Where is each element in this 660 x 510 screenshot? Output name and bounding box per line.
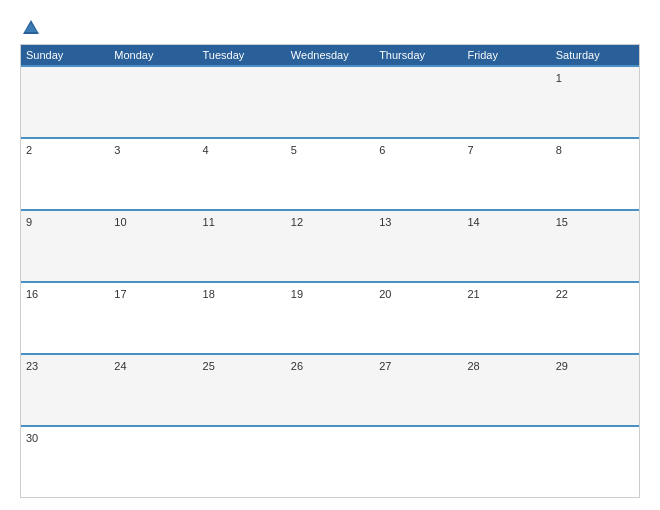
day-number: 23 <box>26 360 38 372</box>
day-cell: 9 <box>21 211 109 281</box>
day-cell: 13 <box>374 211 462 281</box>
calendar-page: SundayMondayTuesdayWednesdayThursdayFrid… <box>0 0 660 510</box>
week-row-1: 1 <box>21 65 639 137</box>
day-number: 24 <box>114 360 126 372</box>
day-headers: SundayMondayTuesdayWednesdayThursdayFrid… <box>21 45 639 65</box>
day-cell: 16 <box>21 283 109 353</box>
day-number: 12 <box>291 216 303 228</box>
day-number: 30 <box>26 432 38 444</box>
day-cell <box>198 67 286 137</box>
day-number: 16 <box>26 288 38 300</box>
day-cell: 23 <box>21 355 109 425</box>
day-number: 10 <box>114 216 126 228</box>
day-header-monday: Monday <box>109 45 197 65</box>
day-header-sunday: Sunday <box>21 45 109 65</box>
day-cell: 7 <box>462 139 550 209</box>
week-row-5: 23242526272829 <box>21 353 639 425</box>
day-cell: 24 <box>109 355 197 425</box>
logo <box>20 18 42 36</box>
day-cell: 22 <box>551 283 639 353</box>
weeks: 1234567891011121314151617181920212223242… <box>21 65 639 497</box>
day-cell <box>109 67 197 137</box>
day-cell <box>198 427 286 497</box>
day-number: 1 <box>556 72 562 84</box>
day-number: 22 <box>556 288 568 300</box>
day-cell <box>462 67 550 137</box>
top-bar <box>20 18 640 36</box>
day-header-friday: Friday <box>462 45 550 65</box>
day-cell: 2 <box>21 139 109 209</box>
day-header-tuesday: Tuesday <box>198 45 286 65</box>
day-number: 4 <box>203 144 209 156</box>
day-cell: 28 <box>462 355 550 425</box>
day-number: 15 <box>556 216 568 228</box>
day-header-thursday: Thursday <box>374 45 462 65</box>
day-cell: 27 <box>374 355 462 425</box>
day-cell <box>462 427 550 497</box>
day-number: 6 <box>379 144 385 156</box>
day-cell <box>109 427 197 497</box>
day-cell: 8 <box>551 139 639 209</box>
day-cell: 30 <box>21 427 109 497</box>
day-cell: 4 <box>198 139 286 209</box>
day-number: 27 <box>379 360 391 372</box>
day-number: 29 <box>556 360 568 372</box>
day-cell <box>21 67 109 137</box>
day-number: 8 <box>556 144 562 156</box>
day-cell: 20 <box>374 283 462 353</box>
day-cell: 15 <box>551 211 639 281</box>
week-row-6: 30 <box>21 425 639 497</box>
day-cell <box>551 427 639 497</box>
day-cell: 12 <box>286 211 374 281</box>
day-cell <box>374 67 462 137</box>
day-number: 18 <box>203 288 215 300</box>
day-number: 20 <box>379 288 391 300</box>
week-row-2: 2345678 <box>21 137 639 209</box>
day-header-saturday: Saturday <box>551 45 639 65</box>
day-number: 5 <box>291 144 297 156</box>
week-row-3: 9101112131415 <box>21 209 639 281</box>
day-number: 19 <box>291 288 303 300</box>
day-cell: 29 <box>551 355 639 425</box>
day-cell: 3 <box>109 139 197 209</box>
day-number: 11 <box>203 216 215 228</box>
week-row-4: 16171819202122 <box>21 281 639 353</box>
day-cell: 10 <box>109 211 197 281</box>
day-number: 25 <box>203 360 215 372</box>
day-cell: 19 <box>286 283 374 353</box>
day-number: 13 <box>379 216 391 228</box>
day-cell: 14 <box>462 211 550 281</box>
day-number: 28 <box>467 360 479 372</box>
day-number: 26 <box>291 360 303 372</box>
day-header-wednesday: Wednesday <box>286 45 374 65</box>
day-number: 3 <box>114 144 120 156</box>
logo-icon <box>22 18 40 36</box>
day-number: 2 <box>26 144 32 156</box>
day-cell: 5 <box>286 139 374 209</box>
day-number: 17 <box>114 288 126 300</box>
day-cell: 17 <box>109 283 197 353</box>
day-number: 9 <box>26 216 32 228</box>
day-cell <box>286 427 374 497</box>
day-cell: 26 <box>286 355 374 425</box>
day-cell: 1 <box>551 67 639 137</box>
day-cell: 21 <box>462 283 550 353</box>
day-cell <box>374 427 462 497</box>
day-number: 14 <box>467 216 479 228</box>
day-cell: 25 <box>198 355 286 425</box>
day-cell: 6 <box>374 139 462 209</box>
day-cell <box>286 67 374 137</box>
day-number: 21 <box>467 288 479 300</box>
day-cell: 11 <box>198 211 286 281</box>
calendar: SundayMondayTuesdayWednesdayThursdayFrid… <box>20 44 640 498</box>
day-number: 7 <box>467 144 473 156</box>
day-cell: 18 <box>198 283 286 353</box>
